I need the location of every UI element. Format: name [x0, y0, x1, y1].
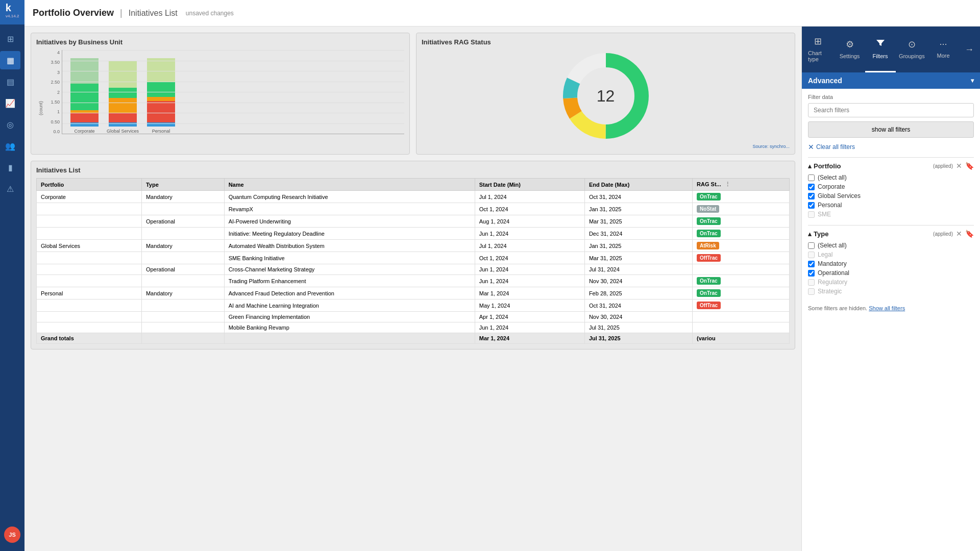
cell-type [141, 275, 224, 287]
header-separator: | [120, 8, 122, 18]
portfolio-checkbox-personal[interactable] [808, 202, 815, 209]
rag-badge: OnTrac [697, 277, 720, 285]
show-all-filters-link[interactable]: Show all filters [869, 305, 905, 311]
advanced-chevron [971, 77, 974, 84]
type-options: (Select all) Legal Mandatory Operat [808, 241, 974, 296]
rag-badge: OnTrac [697, 217, 720, 225]
rag-badge: NoStat [697, 205, 719, 213]
tool-filters[interactable]: Filters [865, 27, 896, 72]
cell-end: Jan 31, 2025 [584, 203, 692, 215]
type-checkbox-regulatory[interactable] [808, 279, 815, 286]
bar-group-personal: Personal [147, 55, 175, 134]
type-option-regulatory: Regulatory [808, 278, 974, 287]
sidebar-icon-bar[interactable]: ▮ [0, 158, 20, 177]
tool-more[interactable]: ··· More [928, 27, 959, 72]
portfolio-checkbox-sme[interactable] [808, 211, 815, 218]
cell-name: Quantum Computing Research Initiative [224, 191, 475, 203]
cell-end: Nov 30, 2024 [584, 312, 692, 322]
portfolio-filter-section: Portfolio (applied) ✕ 🔖 (Select all) [808, 157, 974, 223]
type-checkbox-mandatory[interactable] [808, 261, 815, 267]
type-checkbox-legal[interactable] [808, 252, 815, 258]
bar-chart-title: Initiatives by Business Unit [36, 38, 404, 46]
panel-close-arrow[interactable]: → [959, 27, 980, 72]
tool-chart-type[interactable]: ⊞ Chart type [802, 27, 835, 72]
header: Portfolio Overview | Initiatives List un… [24, 0, 980, 27]
cell-name [224, 333, 475, 344]
table-row: SME Banking Initiative Oct 1, 2024 Mar 3… [37, 252, 790, 264]
portfolio-filter-save-btn[interactable]: 🔖 [965, 162, 974, 170]
sidebar: k v4.14.2 ⊞ ▦ ▤ 📈 ◎ 👥 ▮ ⚠ JS [0, 0, 24, 551]
tool-groupings[interactable]: ⊙ Groupings [896, 27, 928, 72]
col-rag-menu[interactable]: ⋮ [723, 181, 732, 187]
type-chevron [808, 230, 812, 238]
more-icon: ··· [939, 39, 947, 49]
clear-all-filters-link[interactable]: ✕ Clear all filters [808, 143, 974, 151]
sidebar-icon-grid[interactable]: ▦ [0, 51, 20, 69]
portfolio-option-selectall: (Select all) [808, 173, 974, 182]
type-checkbox-operational[interactable] [808, 270, 815, 277]
sidebar-icon-people[interactable]: 👥 [0, 137, 20, 155]
type-checkbox-selectall[interactable] [808, 242, 815, 249]
cell-start: Oct 1, 2024 [475, 203, 584, 215]
sidebar-icon-calendar[interactable]: ▤ [0, 72, 20, 91]
table-row: Initiative: Meeting Regulatory Deadline … [37, 228, 790, 240]
col-portfolio: Portfolio [37, 179, 142, 191]
sidebar-icon-target[interactable]: ◎ [0, 115, 20, 134]
cell-end: Jan 31, 2025 [584, 240, 692, 252]
cell-name: Mobile Banking Revamp [224, 322, 475, 333]
rag-badge: OnTrac [697, 289, 720, 297]
type-section-header[interactable]: Type (applied) ✕ 🔖 [808, 230, 974, 238]
portfolio-checkbox-corporate[interactable] [808, 184, 815, 190]
initiatives-table: Portfolio Type Name Start Date (Min) End… [36, 178, 790, 344]
portfolio-section-header[interactable]: Portfolio (applied) ✕ 🔖 [808, 162, 974, 170]
type-option-selectall: (Select all) [808, 241, 974, 250]
portfolio-filter-clear-btn[interactable]: ✕ [956, 162, 962, 170]
cell-end: Feb 28, 2025 [584, 287, 692, 299]
cell-type [141, 228, 224, 240]
cell-rag [693, 264, 790, 275]
user-avatar[interactable]: JS [4, 527, 20, 543]
sidebar-icon-alert[interactable]: ⚠ [0, 180, 20, 198]
cell-portfolio [37, 203, 142, 215]
cell-start: Mar 1, 2024 [475, 333, 584, 344]
cell-name: Initiative: Meeting Regulatory Deadline [224, 228, 475, 240]
type-filter-save-btn[interactable]: 🔖 [965, 230, 974, 238]
advanced-header[interactable]: Advanced [802, 72, 980, 89]
type-filter-clear-btn[interactable]: ✕ [956, 230, 962, 238]
col-name: Name [224, 179, 475, 191]
tool-settings[interactable]: ⚙ Settings [835, 27, 865, 72]
filter-search-input[interactable] [808, 103, 974, 117]
type-option-strategic: Strategic [808, 287, 974, 296]
portfolio-option-globalservices: Global Services [808, 191, 974, 201]
cell-rag: OnTrac [693, 191, 790, 203]
advanced-title: Advanced [808, 77, 842, 85]
col-type: Type [141, 179, 224, 191]
cell-rag: OffTrac [693, 252, 790, 264]
donut-chart-title: Initiatives RAG Status [422, 38, 790, 46]
portfolio-checkbox-selectall[interactable] [808, 174, 815, 181]
cell-rag: (variou [693, 333, 790, 344]
sidebar-icon-home[interactable]: ⊞ [0, 30, 20, 48]
table-row: Mobile Banking Revamp Jun 1, 2024 Jul 31… [37, 322, 790, 333]
clear-filters-label: Clear all filters [816, 143, 855, 151]
cell-rag: OnTrac [693, 228, 790, 240]
source-link[interactable]: Source: synchro... [422, 144, 790, 149]
cell-end: Jul 31, 2025 [584, 322, 692, 333]
portfolio-checkbox-globalservices[interactable] [808, 193, 815, 199]
settings-label: Settings [840, 53, 860, 59]
table-row: Personal Mandatory Advanced Fraud Detect… [37, 287, 790, 299]
cell-portfolio: Corporate [37, 191, 142, 203]
cell-start: Oct 1, 2024 [475, 252, 584, 264]
type-checkbox-strategic[interactable] [808, 288, 815, 295]
bar-label-personal: Personal [152, 129, 170, 134]
charts-area: Initiatives by Business Unit (count) 43.… [24, 27, 801, 551]
type-option-operational: Operational [808, 268, 974, 278]
sidebar-icon-chart[interactable]: 📈 [0, 94, 20, 112]
initiatives-list-panel: Initiatives List Portfolio Type Name Sta… [31, 161, 795, 349]
show-all-filters-btn[interactable]: show all filters [808, 121, 974, 138]
cell-portfolio [37, 215, 142, 228]
cell-type: Mandatory [141, 191, 224, 203]
cell-rag [693, 312, 790, 322]
initiatives-list-title[interactable]: Initiatives List [129, 9, 178, 18]
cell-rag: OffTrac [693, 299, 790, 312]
